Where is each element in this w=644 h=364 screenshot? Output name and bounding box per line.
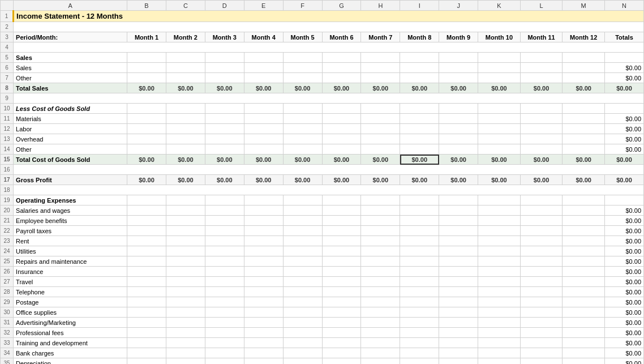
r20-m6[interactable] (322, 205, 361, 216)
r11-tot[interactable]: $0.00 (605, 114, 644, 124)
r21-m2[interactable] (166, 216, 205, 226)
r35-m5[interactable] (283, 358, 322, 365)
r31-m3[interactable] (205, 318, 244, 328)
r20-m8[interactable] (400, 205, 439, 216)
r27-m4[interactable] (244, 277, 283, 287)
r19-m7[interactable] (361, 195, 400, 205)
r22-m5[interactable] (283, 226, 322, 236)
r6-m2[interactable] (166, 63, 205, 73)
r28-m6[interactable] (322, 287, 361, 297)
r12-m5[interactable] (283, 124, 322, 134)
r35-m7[interactable] (361, 358, 400, 365)
r25-m5[interactable] (283, 256, 322, 267)
r7-m10[interactable] (478, 73, 521, 83)
r22-m11[interactable] (520, 226, 563, 236)
r27-m2[interactable] (166, 277, 205, 287)
r14-m2[interactable] (166, 144, 205, 155)
r13-m1[interactable] (127, 134, 166, 144)
r27-m6[interactable] (322, 277, 361, 287)
r14-m10[interactable] (478, 144, 521, 155)
r10-m9[interactable] (439, 104, 478, 114)
r19-m9[interactable] (439, 195, 478, 205)
r7-m8[interactable] (400, 73, 439, 83)
r26-m11[interactable] (520, 267, 563, 277)
r6-m12[interactable] (563, 63, 605, 73)
r19-m5[interactable] (283, 195, 322, 205)
r33-m6[interactable] (322, 338, 361, 348)
r5-m10[interactable] (478, 53, 521, 63)
r7-m6[interactable] (322, 73, 361, 83)
r30-m7[interactable] (361, 307, 400, 318)
r19-m6[interactable] (322, 195, 361, 205)
r25-m9[interactable] (439, 256, 478, 267)
r27-m7[interactable] (361, 277, 400, 287)
r20-m2[interactable] (166, 205, 205, 216)
r23-m4[interactable] (244, 236, 283, 246)
r10-m4[interactable] (244, 104, 283, 114)
r6-m7[interactable] (361, 63, 400, 73)
r35-m9[interactable] (439, 358, 478, 365)
r11-m1[interactable] (127, 114, 166, 124)
r13-m10[interactable] (478, 134, 521, 144)
r33-m12[interactable] (563, 338, 605, 348)
r24-m8[interactable] (400, 246, 439, 256)
r23-m1[interactable] (127, 236, 166, 246)
r33-m9[interactable] (439, 338, 478, 348)
r33-m7[interactable] (361, 338, 400, 348)
r26-m8[interactable] (400, 267, 439, 277)
r23-m6[interactable] (322, 236, 361, 246)
r13-m12[interactable] (563, 134, 605, 144)
r19-tot[interactable] (605, 195, 644, 205)
r29-m6[interactable] (322, 297, 361, 307)
r12-m11[interactable] (520, 124, 563, 134)
r28-tot[interactable]: $0.00 (605, 287, 644, 297)
r31-m4[interactable] (244, 318, 283, 328)
r12-m12[interactable] (563, 124, 605, 134)
r26-m6[interactable] (322, 267, 361, 277)
r31-m8[interactable] (400, 318, 439, 328)
r25-tot[interactable]: $0.00 (605, 256, 644, 267)
r21-m8[interactable] (400, 216, 439, 226)
r10-m12[interactable] (563, 104, 605, 114)
r26-m12[interactable] (563, 267, 605, 277)
r31-m5[interactable] (283, 318, 322, 328)
r33-m5[interactable] (283, 338, 322, 348)
r12-m2[interactable] (166, 124, 205, 134)
r28-m12[interactable] (563, 287, 605, 297)
r12-m10[interactable] (478, 124, 521, 134)
r24-m3[interactable] (205, 246, 244, 256)
r30-m9[interactable] (439, 307, 478, 318)
r23-m3[interactable] (205, 236, 244, 246)
r14-tot[interactable]: $0.00 (605, 144, 644, 155)
r10-m1[interactable] (127, 104, 166, 114)
r12-m9[interactable] (439, 124, 478, 134)
r6-m10[interactable] (478, 63, 521, 73)
r31-m9[interactable] (439, 318, 478, 328)
r19-m1[interactable] (127, 195, 166, 205)
r27-m9[interactable] (439, 277, 478, 287)
r20-m10[interactable] (478, 205, 521, 216)
r25-m7[interactable] (361, 256, 400, 267)
r13-m8[interactable] (400, 134, 439, 144)
r21-m10[interactable] (478, 216, 521, 226)
r24-m10[interactable] (478, 246, 521, 256)
r25-m3[interactable] (205, 256, 244, 267)
r13-m4[interactable] (244, 134, 283, 144)
r5-m2[interactable] (166, 53, 205, 63)
r22-m4[interactable] (244, 226, 283, 236)
r26-m9[interactable] (439, 267, 478, 277)
r7-m2[interactable] (166, 73, 205, 83)
r10-m5[interactable] (283, 104, 322, 114)
r28-m10[interactable] (478, 287, 521, 297)
r11-m2[interactable] (166, 114, 205, 124)
r11-m5[interactable] (283, 114, 322, 124)
r11-m9[interactable] (439, 114, 478, 124)
r29-m1[interactable] (127, 297, 166, 307)
r12-m4[interactable] (244, 124, 283, 134)
r11-m4[interactable] (244, 114, 283, 124)
r14-m1[interactable] (127, 144, 166, 155)
r26-m4[interactable] (244, 267, 283, 277)
r33-m11[interactable] (520, 338, 563, 348)
r28-m8[interactable] (400, 287, 439, 297)
r24-m2[interactable] (166, 246, 205, 256)
